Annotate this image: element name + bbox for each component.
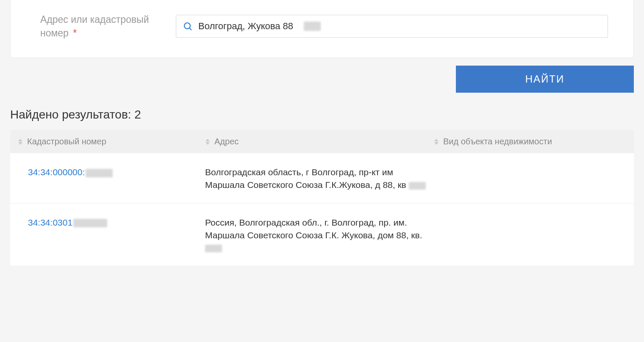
- sort-icon: [205, 138, 210, 145]
- search-label: Адрес или кадастровый номер *: [40, 13, 159, 40]
- cadastral-link[interactable]: 34:34:000000:: [28, 167, 113, 177]
- column-header-type-label: Вид объекта недвижимости: [443, 137, 552, 146]
- table-body: 34:34:000000: Волгоградская область, г В…: [10, 153, 634, 266]
- sort-icon: [18, 138, 23, 145]
- address-cell: Волгоградская область, г Волгоград, пр-к…: [205, 166, 434, 191]
- type-cell: [434, 216, 634, 254]
- svg-marker-6: [434, 139, 439, 141]
- required-mark: *: [73, 28, 77, 39]
- column-header-address-label: Адрес: [214, 137, 239, 146]
- column-header-cadastral[interactable]: Кадастровый номер: [10, 137, 205, 146]
- svg-marker-4: [205, 139, 210, 141]
- type-cell: [434, 166, 634, 191]
- cadastral-number-visible: 34:34:000000:: [28, 167, 85, 177]
- search-card: Адрес или кадастровый номер *: [10, 0, 634, 58]
- svg-line-1: [189, 28, 192, 30]
- table-header: Кадастровый номер Адрес Вид объекта недв…: [10, 130, 634, 153]
- address-cell: Россия, Волгоградская обл., г. Волгоград…: [205, 216, 434, 254]
- redacted-address-tail: [409, 182, 426, 190]
- redacted-cadastral-tail: [86, 169, 113, 177]
- search-icon: [183, 21, 193, 31]
- svg-point-0: [184, 23, 190, 29]
- search-input[interactable]: [176, 15, 608, 38]
- results-table: Кадастровый номер Адрес Вид объекта недв…: [10, 130, 634, 266]
- svg-marker-2: [18, 139, 22, 141]
- address-text: Россия, Волгоградская обл., г. Волгоград…: [205, 218, 422, 240]
- redacted-address-tail: [205, 245, 222, 252]
- column-header-address[interactable]: Адрес: [205, 137, 434, 146]
- svg-marker-5: [205, 142, 210, 145]
- table-row: 34:34:000000: Волгоградская область, г В…: [10, 153, 634, 204]
- search-label-text: Адрес или кадастровый номер: [40, 14, 149, 39]
- search-input-wrap: [176, 15, 608, 38]
- sort-icon: [434, 138, 439, 145]
- actions-bar: НАЙТИ: [0, 58, 644, 100]
- find-button[interactable]: НАЙТИ: [456, 66, 634, 93]
- results-title: Найдено результатов: 2: [0, 100, 644, 130]
- cadastral-number-visible: 34:34:0301: [28, 218, 72, 227]
- cadastral-link[interactable]: 34:34:0301: [28, 218, 107, 227]
- redacted-cadastral-tail: [73, 219, 107, 227]
- column-header-cadastral-label: Кадастровый номер: [27, 137, 106, 146]
- table-row: 34:34:0301 Россия, Волгоградская обл., г…: [10, 204, 634, 266]
- column-header-type[interactable]: Вид объекта недвижимости: [434, 137, 634, 146]
- svg-marker-3: [18, 142, 22, 145]
- svg-marker-7: [434, 142, 439, 145]
- redacted-input-tail: [304, 22, 321, 31]
- address-text: Волгоградская область, г Волгоград, пр-к…: [205, 167, 406, 190]
